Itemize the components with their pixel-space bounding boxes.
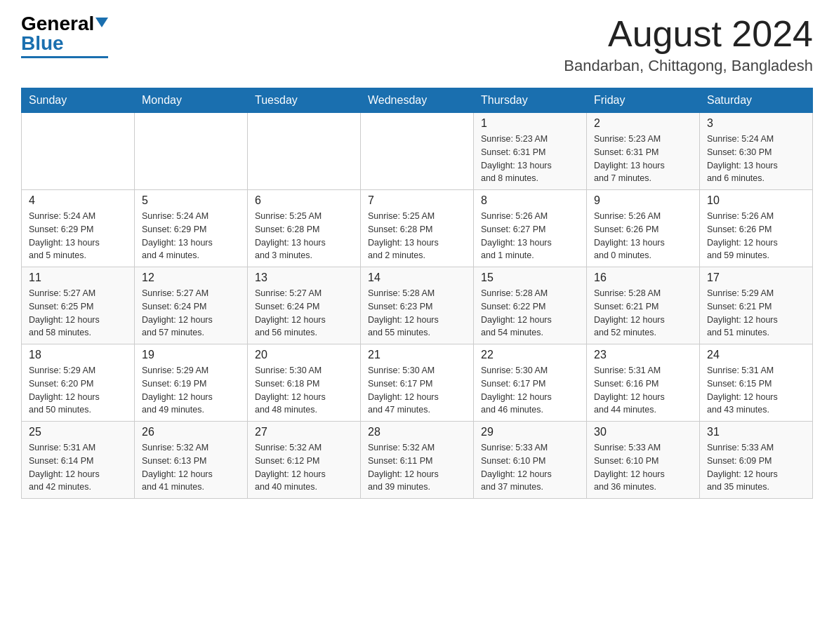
calendar-cell: 19Sunrise: 5:29 AMSunset: 6:19 PMDayligh… — [135, 344, 248, 422]
day-number: 30 — [594, 426, 692, 438]
day-info: Sunrise: 5:26 AMSunset: 6:27 PMDaylight:… — [481, 210, 579, 262]
day-info: Sunrise: 5:27 AMSunset: 6:24 PMDaylight:… — [142, 287, 240, 340]
day-number: 13 — [255, 271, 353, 284]
day-number: 12 — [142, 271, 240, 284]
day-info: Sunrise: 5:29 AMSunset: 6:20 PMDaylight:… — [29, 364, 127, 417]
day-info: Sunrise: 5:33 AMSunset: 6:10 PMDaylight:… — [594, 441, 692, 494]
calendar-cell: 6Sunrise: 5:25 AMSunset: 6:28 PMDaylight… — [248, 190, 361, 267]
day-info: Sunrise: 5:33 AMSunset: 6:10 PMDaylight:… — [481, 441, 579, 494]
day-number: 18 — [29, 349, 127, 361]
day-info: Sunrise: 5:32 AMSunset: 6:11 PMDaylight:… — [368, 441, 466, 494]
calendar-cell: 23Sunrise: 5:31 AMSunset: 6:16 PMDayligh… — [587, 344, 700, 422]
day-info: Sunrise: 5:23 AMSunset: 6:31 PMDaylight:… — [594, 133, 692, 185]
calendar-cell — [135, 113, 248, 190]
calendar-cell: 21Sunrise: 5:30 AMSunset: 6:17 PMDayligh… — [361, 344, 474, 422]
day-number: 5 — [142, 194, 240, 207]
weekday-header-row: SundayMondayTuesdayWednesdayThursdayFrid… — [22, 88, 813, 113]
day-number: 14 — [368, 271, 466, 284]
calendar-cell: 1Sunrise: 5:23 AMSunset: 6:31 PMDaylight… — [474, 113, 587, 190]
day-info: Sunrise: 5:24 AMSunset: 6:29 PMDaylight:… — [29, 210, 127, 262]
calendar-cell — [22, 113, 135, 190]
calendar-cell: 26Sunrise: 5:32 AMSunset: 6:13 PMDayligh… — [135, 422, 248, 499]
calendar-week-row: 1Sunrise: 5:23 AMSunset: 6:31 PMDaylight… — [22, 113, 813, 190]
day-info: Sunrise: 5:25 AMSunset: 6:28 PMDaylight:… — [255, 210, 353, 262]
day-number: 10 — [707, 194, 805, 207]
day-number: 19 — [142, 349, 240, 361]
calendar-cell: 2Sunrise: 5:23 AMSunset: 6:31 PMDaylight… — [587, 113, 700, 190]
calendar-cell: 8Sunrise: 5:26 AMSunset: 6:27 PMDaylight… — [474, 190, 587, 267]
weekday-header-saturday: Saturday — [700, 88, 813, 113]
calendar-cell: 31Sunrise: 5:33 AMSunset: 6:09 PMDayligh… — [700, 422, 813, 499]
calendar-cell: 11Sunrise: 5:27 AMSunset: 6:25 PMDayligh… — [22, 267, 135, 344]
calendar-cell: 14Sunrise: 5:28 AMSunset: 6:23 PMDayligh… — [361, 267, 474, 344]
day-info: Sunrise: 5:24 AMSunset: 6:29 PMDaylight:… — [142, 210, 240, 262]
calendar-cell: 28Sunrise: 5:32 AMSunset: 6:11 PMDayligh… — [361, 422, 474, 499]
day-info: Sunrise: 5:30 AMSunset: 6:18 PMDaylight:… — [255, 364, 353, 417]
day-info: Sunrise: 5:29 AMSunset: 6:19 PMDaylight:… — [142, 364, 240, 417]
day-info: Sunrise: 5:31 AMSunset: 6:14 PMDaylight:… — [29, 441, 127, 494]
day-number: 25 — [29, 426, 127, 438]
month-title: August 2024 — [564, 14, 813, 54]
calendar-cell: 7Sunrise: 5:25 AMSunset: 6:28 PMDaylight… — [361, 190, 474, 267]
logo-blue-text: Blue — [21, 34, 64, 53]
calendar-cell: 10Sunrise: 5:26 AMSunset: 6:26 PMDayligh… — [700, 190, 813, 267]
weekday-header-monday: Monday — [135, 88, 248, 113]
calendar-week-row: 4Sunrise: 5:24 AMSunset: 6:29 PMDaylight… — [22, 190, 813, 267]
day-number: 22 — [481, 349, 579, 361]
day-number: 28 — [368, 426, 466, 438]
day-info: Sunrise: 5:33 AMSunset: 6:09 PMDaylight:… — [707, 441, 805, 494]
calendar-cell: 29Sunrise: 5:33 AMSunset: 6:10 PMDayligh… — [474, 422, 587, 499]
calendar-cell: 15Sunrise: 5:28 AMSunset: 6:22 PMDayligh… — [474, 267, 587, 344]
day-number: 8 — [481, 194, 579, 207]
day-number: 11 — [29, 271, 127, 284]
day-number: 4 — [29, 194, 127, 207]
calendar-cell: 4Sunrise: 5:24 AMSunset: 6:29 PMDaylight… — [22, 190, 135, 267]
logo-triangle-icon — [95, 18, 108, 27]
day-info: Sunrise: 5:30 AMSunset: 6:17 PMDaylight:… — [481, 364, 579, 417]
calendar-cell: 17Sunrise: 5:29 AMSunset: 6:21 PMDayligh… — [700, 267, 813, 344]
day-number: 1 — [481, 117, 579, 130]
calendar-cell: 20Sunrise: 5:30 AMSunset: 6:18 PMDayligh… — [248, 344, 361, 422]
calendar-cell: 5Sunrise: 5:24 AMSunset: 6:29 PMDaylight… — [135, 190, 248, 267]
calendar-week-row: 25Sunrise: 5:31 AMSunset: 6:14 PMDayligh… — [22, 422, 813, 499]
logo: General Blue — [21, 14, 108, 58]
day-info: Sunrise: 5:30 AMSunset: 6:17 PMDaylight:… — [368, 364, 466, 417]
logo-underline — [21, 56, 108, 58]
day-info: Sunrise: 5:27 AMSunset: 6:24 PMDaylight:… — [255, 287, 353, 340]
day-number: 23 — [594, 349, 692, 361]
day-number: 29 — [481, 426, 579, 438]
day-number: 17 — [707, 271, 805, 284]
weekday-header-wednesday: Wednesday — [361, 88, 474, 113]
calendar-week-row: 18Sunrise: 5:29 AMSunset: 6:20 PMDayligh… — [22, 344, 813, 422]
calendar-cell: 9Sunrise: 5:26 AMSunset: 6:26 PMDaylight… — [587, 190, 700, 267]
day-info: Sunrise: 5:23 AMSunset: 6:31 PMDaylight:… — [481, 133, 579, 185]
day-info: Sunrise: 5:32 AMSunset: 6:12 PMDaylight:… — [255, 441, 353, 494]
day-info: Sunrise: 5:29 AMSunset: 6:21 PMDaylight:… — [707, 287, 805, 340]
weekday-header-friday: Friday — [587, 88, 700, 113]
day-number: 26 — [142, 426, 240, 438]
calendar-cell: 13Sunrise: 5:27 AMSunset: 6:24 PMDayligh… — [248, 267, 361, 344]
location-title: Bandarban, Chittagong, Bangladesh — [564, 57, 813, 75]
day-number: 21 — [368, 349, 466, 361]
day-info: Sunrise: 5:24 AMSunset: 6:30 PMDaylight:… — [707, 133, 805, 185]
calendar-cell: 18Sunrise: 5:29 AMSunset: 6:20 PMDayligh… — [22, 344, 135, 422]
title-area: August 2024 Bandarban, Chittagong, Bangl… — [564, 14, 813, 75]
calendar-table: SundayMondayTuesdayWednesdayThursdayFrid… — [21, 88, 813, 499]
day-number: 3 — [707, 117, 805, 130]
day-number: 15 — [481, 271, 579, 284]
day-info: Sunrise: 5:27 AMSunset: 6:25 PMDaylight:… — [29, 287, 127, 340]
day-info: Sunrise: 5:26 AMSunset: 6:26 PMDaylight:… — [707, 210, 805, 262]
day-number: 16 — [594, 271, 692, 284]
calendar-cell: 27Sunrise: 5:32 AMSunset: 6:12 PMDayligh… — [248, 422, 361, 499]
day-number: 2 — [594, 117, 692, 130]
calendar-cell: 30Sunrise: 5:33 AMSunset: 6:10 PMDayligh… — [587, 422, 700, 499]
calendar-cell: 16Sunrise: 5:28 AMSunset: 6:21 PMDayligh… — [587, 267, 700, 344]
day-number: 7 — [368, 194, 466, 207]
day-number: 31 — [707, 426, 805, 438]
logo-general-text: General — [21, 14, 94, 34]
weekday-header-tuesday: Tuesday — [248, 88, 361, 113]
day-info: Sunrise: 5:28 AMSunset: 6:23 PMDaylight:… — [368, 287, 466, 340]
day-info: Sunrise: 5:31 AMSunset: 6:15 PMDaylight:… — [707, 364, 805, 417]
calendar-cell: 24Sunrise: 5:31 AMSunset: 6:15 PMDayligh… — [700, 344, 813, 422]
calendar-cell: 22Sunrise: 5:30 AMSunset: 6:17 PMDayligh… — [474, 344, 587, 422]
